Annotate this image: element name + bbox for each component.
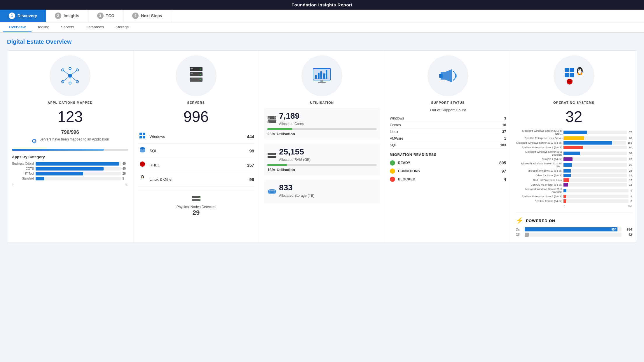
support-status-card: SUPPORT STATUS Out of Support Count Wind… xyxy=(385,51,511,242)
os-bar-fill xyxy=(563,178,569,182)
server-rows: Windows 444 SQL 99 RHEL 357 Linux & Othe… xyxy=(138,129,254,187)
cat-value: 5 xyxy=(123,177,128,180)
support-subtitle: Out of Support Count xyxy=(430,108,466,112)
svg-rect-72 xyxy=(570,73,574,77)
cat-label: Standard xyxy=(12,177,34,180)
os-bar-value: 52 xyxy=(629,152,632,155)
os-bar-value: 17 xyxy=(629,179,632,182)
os-bar-bg xyxy=(563,163,627,167)
tab-insights[interactable]: 2 Insights xyxy=(46,10,88,22)
cat-value: 40 xyxy=(123,167,128,170)
os-bar-value: 65 xyxy=(629,137,632,140)
os-bar-bg xyxy=(563,169,627,173)
support-os-label: VMWare xyxy=(390,136,403,140)
main-tab-nav: 1 Discovery 2 Insights 3 TCO 4 Next Step… xyxy=(0,10,644,22)
sub-tab-databases[interactable]: Databases xyxy=(80,22,110,32)
powered-row-count: 954 xyxy=(623,228,632,231)
cat-bar-fill xyxy=(36,167,104,171)
os-count: 32 xyxy=(566,108,582,125)
physical-nodes-label: Physical Nodes Detected xyxy=(177,205,216,209)
server-name: RHEL xyxy=(150,163,244,167)
os-bar-fill xyxy=(563,136,584,140)
tab-next-steps[interactable]: 4 Next Steps xyxy=(123,10,171,22)
sub-nav: Overview Tooling Servers Databases Stora… xyxy=(0,22,644,33)
svg-point-33 xyxy=(143,176,143,177)
svg-point-38 xyxy=(199,199,200,200)
sub-tab-tooling[interactable]: Tooling xyxy=(32,22,55,32)
os-bar-bg xyxy=(563,189,629,192)
server-row: RHEL 357 xyxy=(138,158,254,172)
support-row: VMWare 1 xyxy=(390,135,506,142)
os-label: Red Hat Enterprise Linux Server xyxy=(516,137,562,140)
os-bar-fill xyxy=(563,195,566,198)
util-big-number: 833 xyxy=(279,183,314,192)
sub-tab-servers[interactable]: Servers xyxy=(55,22,80,32)
util-bar-fill xyxy=(267,128,292,130)
os-bar-value: 73 xyxy=(629,131,632,134)
svg-rect-71 xyxy=(565,73,569,77)
util-block: 7,189 Allocated Cores 23% Utilisation xyxy=(264,108,380,140)
utilisation-icon xyxy=(301,55,342,96)
svg-point-16 xyxy=(200,68,201,70)
cat-label: COTS xyxy=(12,167,34,170)
server-count: 99 xyxy=(249,148,254,153)
support-os-count: 3 xyxy=(504,116,506,120)
svg-rect-46 xyxy=(320,80,323,82)
os-label: Microsoft Windows Server 2012 R2 Sta... xyxy=(516,162,562,168)
util-label: Allocated Cores xyxy=(279,122,304,126)
os-label: Red Hat Fedora (64-bit) xyxy=(516,200,562,203)
tab-tco-label: TCO xyxy=(106,13,115,18)
svg-rect-57 xyxy=(268,122,269,123)
server-count: 357 xyxy=(247,163,254,168)
app-title: Foundation Insights Report xyxy=(292,2,352,7)
servers-icon xyxy=(176,55,217,96)
os-label: Other 3.x Linux (64-bit) xyxy=(516,174,562,177)
svg-rect-42 xyxy=(318,73,320,79)
cat-bar-bg xyxy=(36,167,121,171)
svg-rect-25 xyxy=(143,136,145,138)
sub-tab-overview[interactable]: Overview xyxy=(3,22,32,32)
os-bar-row: Other 3.x Linux (64-bit) 23 xyxy=(516,174,632,177)
svg-rect-70 xyxy=(570,68,574,72)
os-label: Red Hat Enterprise Linux xyxy=(516,179,562,182)
cat-bar-bg xyxy=(36,177,121,180)
svg-point-84 xyxy=(567,80,572,81)
server-os-icon xyxy=(138,132,147,140)
powered-row-label: Off xyxy=(516,233,523,236)
tab-tco[interactable]: 3 TCO xyxy=(88,10,124,22)
svg-rect-50 xyxy=(268,117,270,117)
svg-rect-41 xyxy=(315,75,317,79)
util-label: Allocated RAM (GB) xyxy=(279,158,310,162)
powered-on-icon: ⚡ xyxy=(516,217,523,224)
os-bar-fill xyxy=(563,169,571,173)
svg-point-78 xyxy=(580,70,581,70)
os-bar-bg xyxy=(563,141,626,145)
os-bar-bg xyxy=(563,131,627,134)
powered-bar-inline-value: 954 xyxy=(611,228,616,231)
os-bar-fill xyxy=(563,183,568,187)
os-label: Microsoft Windows 10 (64-bit) xyxy=(516,169,562,172)
servers-title: SERVERS xyxy=(187,101,205,104)
sub-tab-storage[interactable]: Storage xyxy=(110,22,135,32)
support-row: Windows 3 xyxy=(390,115,506,122)
os-bar-row: Red Hat Fedora (64-bit) 8 xyxy=(516,199,632,203)
svg-rect-43 xyxy=(320,71,322,79)
os-label: Microsoft Windows Server 2016 Standard xyxy=(516,150,562,156)
cat-bar-row: COTS 40 xyxy=(12,167,128,171)
tab-insights-number: 2 xyxy=(55,13,61,19)
svg-rect-21 xyxy=(191,79,193,79)
os-bar-bg xyxy=(563,152,627,155)
os-label: Microsoft Windows Server 2019 Standard xyxy=(516,188,562,194)
migration-row: READY 895 xyxy=(390,160,506,166)
support-row: Linux 37 xyxy=(390,129,506,135)
svg-point-29 xyxy=(140,163,144,164)
svg-rect-51 xyxy=(268,118,270,119)
svg-rect-20 xyxy=(191,73,193,74)
utilisation-blocks: 7,189 Allocated Cores 23% Utilisation 25… xyxy=(264,108,380,208)
util-bar-bg xyxy=(267,164,377,166)
tab-discovery[interactable]: 1 Discovery xyxy=(0,10,46,22)
svg-rect-60 xyxy=(270,154,272,154)
svg-point-32 xyxy=(142,176,142,177)
os-bar-bg xyxy=(563,183,627,187)
cat-bar-row: Business Critical 49 xyxy=(12,162,128,166)
